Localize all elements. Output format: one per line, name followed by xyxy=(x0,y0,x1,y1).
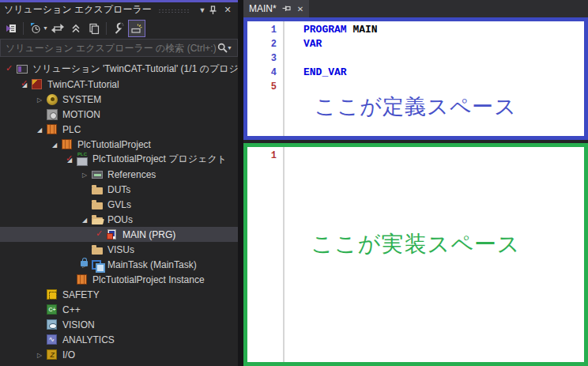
tree-item-plc[interactable]: PLC xyxy=(0,122,238,137)
tree-item-twincat[interactable]: TwinCAT-Tutorial xyxy=(0,77,238,92)
check-icon xyxy=(66,153,73,164)
node-icon xyxy=(92,187,103,194)
tree-item-solution[interactable]: ソリューション 'TwinCAT-Tutorial' (1/1 のプロジェクト) xyxy=(0,62,238,77)
node-icon xyxy=(17,65,28,74)
tree-item-plc-instance[interactable]: PlcTutotialProject Instance xyxy=(0,272,238,287)
node-icon xyxy=(47,334,57,345)
tree-item-system[interactable]: SYSTEM xyxy=(0,92,238,107)
search-options-dropdown-icon[interactable]: ▼ xyxy=(227,45,232,51)
code-line[interactable] xyxy=(303,80,584,94)
code-line[interactable] xyxy=(303,149,584,163)
declaration-line-numbers: 12345 xyxy=(247,21,283,136)
declaration-code[interactable]: PROGRAM MAINVAR END_VAR xyxy=(285,21,584,136)
line-number: 5 xyxy=(247,80,277,94)
tree-item-folder-open[interactable]: POUs xyxy=(0,212,238,227)
node-icon xyxy=(32,79,42,89)
tree-item-prg[interactable]: MAIN (PRG) xyxy=(0,227,238,242)
open-files-filter-icon[interactable] xyxy=(27,20,44,37)
pin-icon[interactable] xyxy=(209,6,221,15)
tree-item-label: MainTask (MainTask) xyxy=(107,259,202,270)
tree-item-label: TwinCAT-Tutorial xyxy=(47,79,124,90)
tree-item-safety[interactable]: SAFETY xyxy=(0,287,238,302)
tab-label: MAIN* xyxy=(249,3,277,14)
tree-item-folder[interactable]: VISUs xyxy=(0,242,238,257)
tree-item-label: GVLs xyxy=(107,199,136,210)
tree-item-cpp[interactable]: C++ xyxy=(0,302,238,317)
tree-item-label: PlcTutotialProject xyxy=(77,139,156,150)
tree-item-label: References xyxy=(107,169,160,180)
tab-main[interactable]: MAIN* ✕ xyxy=(243,0,309,17)
expander-icon[interactable] xyxy=(78,167,91,183)
expander-icon[interactable] xyxy=(48,137,61,153)
tree-item-io[interactable]: I/O xyxy=(0,347,238,362)
tree-item-label: ソリューション 'TwinCAT-Tutorial' (1/1 のプロジェクト) xyxy=(32,62,238,76)
check-icon xyxy=(96,228,103,239)
check-icon xyxy=(6,63,13,74)
tree-item-plcsrc[interactable]: PlcTutotialProject プロジェクト xyxy=(0,152,238,167)
close-icon[interactable]: ✕ xyxy=(221,5,234,15)
tree-item-label: SAFETY xyxy=(62,289,104,300)
line-number: 2 xyxy=(247,37,277,51)
node-icon xyxy=(77,274,87,285)
tree-item-references[interactable]: References xyxy=(0,167,238,182)
node-icon xyxy=(107,229,116,240)
solution-explorer-toolbar: ▼ xyxy=(0,17,238,39)
filter-dropdown-icon[interactable]: ▼ xyxy=(43,25,48,31)
tree-item-task[interactable]: MainTask (MainTask) xyxy=(0,257,238,272)
panel-splitter[interactable] xyxy=(238,0,243,366)
editor-area: MAIN* ✕ 12345 PROGRAM MAINVAR END_VAR ここ… xyxy=(243,0,588,366)
tab-pin-icon[interactable] xyxy=(282,5,292,13)
switch-views-icon[interactable] xyxy=(2,20,20,37)
implementation-line-numbers: 1 xyxy=(247,147,283,362)
toolbar-separator xyxy=(23,22,24,35)
node-icon xyxy=(92,202,103,209)
code-line[interactable]: END_VAR xyxy=(303,66,584,80)
node-icon xyxy=(47,349,57,360)
solution-explorer-panel: ソリューション エクスプローラー ▼ ✕ ▼ xyxy=(0,0,238,366)
tab-close-icon[interactable]: ✕ xyxy=(297,5,303,13)
implementation-editor[interactable]: 1 ここが実装スペース xyxy=(243,143,588,366)
show-all-files-icon[interactable] xyxy=(128,20,145,37)
declaration-editor[interactable]: 12345 PROGRAM MAINVAR END_VAR ここが定義スペース xyxy=(243,17,588,140)
drag-grip[interactable] xyxy=(158,9,190,14)
tree-item-label: PLC xyxy=(62,124,85,135)
code-line[interactable] xyxy=(303,51,584,66)
node-icon xyxy=(76,153,88,165)
node-icon xyxy=(62,139,72,149)
tree-item-plc[interactable]: PlcTutotialProject xyxy=(0,137,238,152)
node-icon xyxy=(92,247,103,255)
tree-item-folder[interactable]: GVLs xyxy=(0,197,238,212)
lock-icon xyxy=(81,261,88,266)
code-line[interactable]: VAR xyxy=(303,37,584,51)
tree-item-label: PlcTutotialProject プロジェクト xyxy=(92,153,232,166)
tree: ソリューション 'TwinCAT-Tutorial' (1/1 のプロジェクト)… xyxy=(0,57,238,366)
tree-item-label: VISION xyxy=(62,319,100,330)
code-line[interactable]: PROGRAM MAIN xyxy=(303,23,584,37)
node-icon xyxy=(91,258,103,270)
search-input[interactable] xyxy=(6,43,217,54)
check-icon xyxy=(21,78,28,89)
window-position-menu-icon[interactable]: ▼ xyxy=(196,6,209,14)
collapse-all-icon[interactable] xyxy=(67,20,85,37)
tree-item-folder[interactable]: DUTs xyxy=(0,182,238,197)
tree-item-label: MOTION xyxy=(62,109,105,120)
node-icon xyxy=(47,289,57,300)
implementation-code[interactable] xyxy=(285,147,584,362)
expander-icon[interactable] xyxy=(33,122,46,138)
line-number: 1 xyxy=(247,23,277,37)
solution-explorer-search[interactable]: ▼ xyxy=(0,39,238,57)
tree-item-label: I/O xyxy=(62,349,80,360)
sync-with-active-document-icon[interactable] xyxy=(49,20,66,37)
expander-icon[interactable] xyxy=(78,212,91,228)
preview-selected-items-icon[interactable] xyxy=(85,20,103,37)
tree-item-analytics[interactable]: ANALYTICS xyxy=(0,332,238,347)
tree-item-motion[interactable]: MOTION xyxy=(0,107,238,122)
tree-item-label: ANALYTICS xyxy=(62,334,119,345)
tree-item-vision[interactable]: VISION xyxy=(0,317,238,332)
expander-icon[interactable] xyxy=(33,347,46,363)
expander-icon[interactable] xyxy=(33,92,46,108)
tree-item-label: C++ xyxy=(62,304,85,315)
solution-explorer-titlebar[interactable]: ソリューション エクスプローラー ▼ ✕ xyxy=(0,2,238,17)
node-icon xyxy=(47,304,57,315)
properties-wrench-icon[interactable] xyxy=(110,20,127,37)
